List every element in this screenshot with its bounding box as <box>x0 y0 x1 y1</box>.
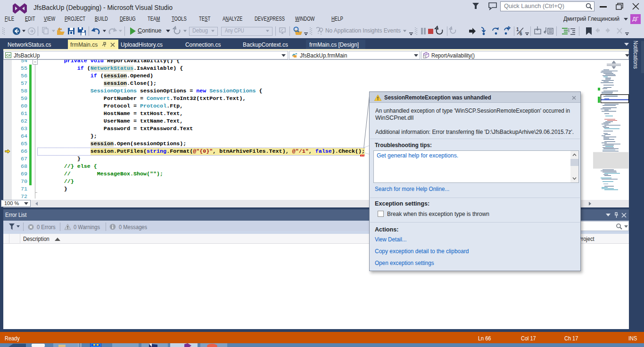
svg-text:6: 6 <box>520 31 522 36</box>
svg-text:1: 1 <box>516 27 519 32</box>
